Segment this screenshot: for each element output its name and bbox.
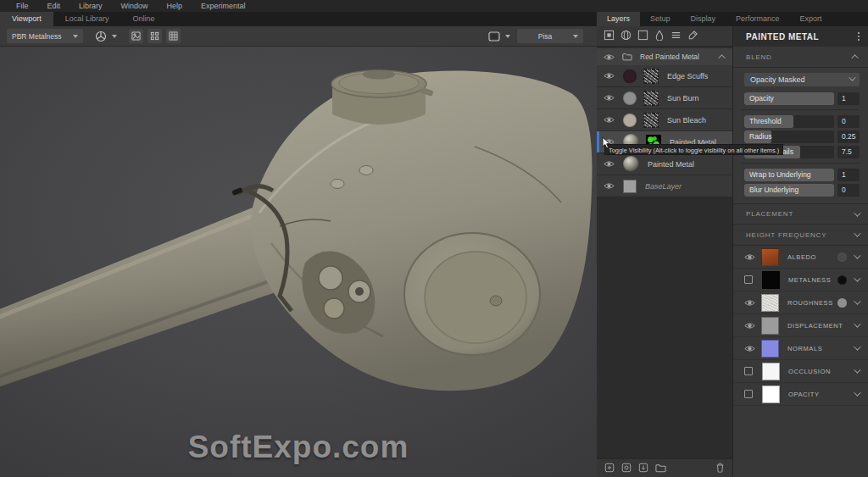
- environment-preview-button[interactable]: [488, 31, 510, 42]
- channel-checkbox[interactable]: [744, 367, 753, 375]
- channel-swatch[interactable]: [761, 248, 779, 266]
- tab-online[interactable]: Online: [120, 12, 166, 26]
- channel-row-normals[interactable]: NORMALS: [733, 337, 868, 360]
- chevron-down-icon[interactable]: [854, 343, 860, 350]
- shading-mode-select[interactable]: PBR Metalness: [7, 29, 83, 43]
- new-group-icon[interactable]: [655, 461, 666, 476]
- layer-color-swatch[interactable]: [623, 69, 637, 83]
- channel-swatch[interactable]: [761, 340, 779, 358]
- channel-swatch[interactable]: [762, 271, 780, 289]
- blend-mode-select[interactable]: Opacity Masked: [744, 73, 860, 86]
- menu-edit[interactable]: Edit: [38, 0, 70, 12]
- radius-value[interactable]: 0.25: [837, 130, 860, 143]
- channel-row-metalness[interactable]: METALNESS: [733, 269, 868, 291]
- layer-row-painted-metal[interactable]: Painted Metal: [597, 153, 732, 175]
- tab-viewport[interactable]: Viewport: [0, 12, 53, 26]
- visibility-eye-icon[interactable]: [604, 182, 615, 190]
- layer-thumbnail[interactable]: [643, 69, 659, 84]
- wrap-to-underlying-slider[interactable]: Wrap to Underlying: [744, 169, 834, 181]
- channel-swatch[interactable]: [761, 317, 779, 335]
- blend-section-header[interactable]: BLEND: [733, 47, 868, 68]
- add-layer-icon[interactable]: [604, 461, 615, 476]
- visibility-eye-icon[interactable]: [744, 345, 755, 352]
- layer-row-sun-bleach[interactable]: Sun Bleach: [597, 109, 732, 131]
- height-frequency-section-header[interactable]: HEIGHT FREQUENCY: [733, 225, 868, 246]
- threshold-slider[interactable]: Threshold: [744, 115, 834, 128]
- channel-checkbox[interactable]: [744, 390, 753, 398]
- grid-view-button[interactable]: [166, 29, 181, 43]
- paint-layer-icon[interactable]: [687, 29, 698, 44]
- channel-row-occlusion[interactable]: OCCLUSION: [733, 360, 868, 383]
- channel-swatch[interactable]: [762, 363, 780, 380]
- channel-color-dot[interactable]: [837, 252, 847, 262]
- menu-file[interactable]: File: [7, 0, 38, 12]
- environment-select[interactable]: Pisa: [517, 29, 583, 43]
- kebab-menu-icon[interactable]: [858, 32, 860, 41]
- add-solid-layer-icon[interactable]: [604, 29, 615, 44]
- layer-thumbnail[interactable]: [643, 113, 659, 128]
- channel-row-roughness[interactable]: ROUGHNESS: [733, 291, 868, 314]
- add-surface-layer-icon[interactable]: [620, 29, 632, 44]
- channel-checkbox[interactable]: [744, 275, 753, 284]
- channel-swatch[interactable]: [762, 385, 780, 403]
- channel-row-displacement[interactable]: DISPLACEMENT: [733, 314, 868, 337]
- blur-underlying-slider[interactable]: Blur Underlying: [744, 184, 834, 197]
- dots-grid-view-button[interactable]: [147, 29, 162, 43]
- blur-underlying-value[interactable]: 0: [837, 184, 860, 197]
- layer-row-sun-burn[interactable]: Sun Burn: [597, 87, 732, 109]
- add-mask-layer-icon[interactable]: [637, 29, 648, 44]
- tab-export[interactable]: Export: [790, 12, 832, 26]
- 3d-viewport[interactable]: SoftExpo.com: [0, 47, 597, 477]
- layer-row-edge-scuffs[interactable]: Edge Scuffs: [597, 65, 732, 87]
- add-solid-icon[interactable]: [621, 461, 632, 476]
- channel-color-dot[interactable]: [837, 298, 847, 308]
- menu-help[interactable]: Help: [158, 0, 192, 12]
- layer-material-sphere[interactable]: [623, 156, 639, 172]
- placement-section-header[interactable]: PLACEMENT: [733, 203, 868, 225]
- menu-library[interactable]: Library: [70, 0, 112, 12]
- layer-color-swatch[interactable]: [623, 114, 637, 127]
- opacity-value[interactable]: 1: [837, 92, 860, 105]
- add-liquid-layer-icon[interactable]: [654, 29, 665, 44]
- chevron-down-icon[interactable]: [854, 252, 860, 258]
- channel-row-opacity[interactable]: OPACITY: [733, 383, 868, 406]
- tab-setup[interactable]: Setup: [640, 12, 681, 26]
- visibility-eye-icon[interactable]: [604, 94, 615, 102]
- chevron-down-icon[interactable]: [854, 297, 860, 304]
- visibility-eye-icon[interactable]: [604, 160, 615, 168]
- tab-display[interactable]: Display: [681, 12, 726, 26]
- visibility-eye-icon[interactable]: [604, 53, 615, 61]
- material-ball-icon[interactable]: [95, 31, 117, 42]
- tab-layers[interactable]: Layers: [597, 12, 640, 26]
- channel-swatch[interactable]: [761, 294, 779, 312]
- layer-color-swatch[interactable]: [623, 92, 637, 105]
- import-layer-icon[interactable]: [638, 461, 648, 476]
- channel-color-dot[interactable]: [837, 275, 847, 285]
- delete-layer-icon[interactable]: [715, 461, 725, 476]
- wrap-to-underlying-value[interactable]: 1: [837, 169, 860, 181]
- menu-window[interactable]: Window: [112, 0, 158, 12]
- adjustment-layer-icon[interactable]: [670, 29, 682, 44]
- details-value[interactable]: 7.5: [837, 146, 860, 158]
- image-view-button[interactable]: [129, 29, 143, 43]
- layer-group-row[interactable]: Red Painted Metal: [597, 48, 732, 65]
- layer-thumbnail[interactable]: [623, 180, 637, 193]
- tab-local-library[interactable]: Local Library: [53, 12, 121, 26]
- chevron-down-icon[interactable]: [854, 366, 860, 373]
- channel-row-albedo[interactable]: ALBEDO: [733, 246, 868, 269]
- chevron-down-icon[interactable]: [854, 275, 860, 281]
- layer-row-baselayer[interactable]: BaseLayer: [597, 175, 732, 197]
- visibility-eye-icon[interactable]: [604, 116, 615, 124]
- opacity-slider[interactable]: Opacity: [744, 92, 834, 105]
- chevron-down-icon[interactable]: [854, 320, 860, 327]
- turret-model[interactable]: [0, 47, 597, 477]
- menu-experimental[interactable]: Experimental: [192, 0, 255, 12]
- threshold-value[interactable]: 0: [837, 115, 860, 128]
- visibility-eye-icon[interactable]: [744, 253, 755, 261]
- chevron-down-icon[interactable]: [854, 389, 860, 396]
- tab-performance[interactable]: Performance: [726, 12, 790, 26]
- layer-thumbnail[interactable]: [643, 91, 659, 106]
- visibility-eye-icon[interactable]: [604, 72, 615, 80]
- radius-slider[interactable]: Radius: [744, 130, 834, 143]
- visibility-eye-icon[interactable]: [744, 299, 755, 307]
